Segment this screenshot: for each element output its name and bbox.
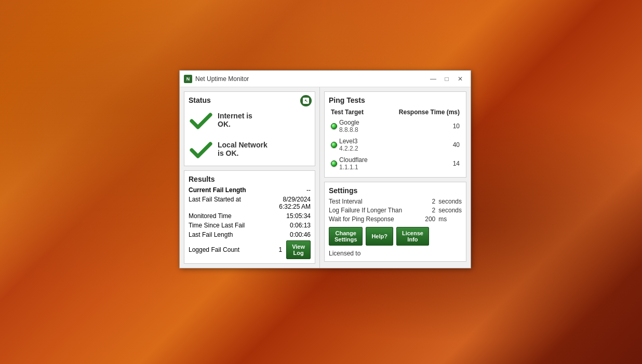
titlebar-buttons: — □ ✕ [427,73,466,85]
logged-fail-count-value: 1 [278,246,282,253]
wait-for-ping-label: Wait for Ping Response [329,215,422,223]
view-log-line2: Log [293,250,303,256]
settings-buttons: Change Settings Help? License Info [329,227,462,246]
log-failure-value: 2 [425,207,435,214]
ping-response-cell: 40 [380,136,462,154]
internet-status-item: Internet is OK. [189,107,311,132]
ping-response-cell: 14 [380,154,462,173]
help-button[interactable]: Help? [366,227,393,246]
titlebar: N Net Uptime Monitor — □ ✕ [180,71,471,87]
results-section: Results Current Fail Length -- Last Fail… [184,170,315,264]
log-failure-label: Log Failure If Longer Than [329,207,422,214]
logged-fail-count-label: Logged Fail Count [189,246,239,253]
local-network-status-text: Local Network is OK. [218,141,268,157]
local-network-status-item: Local Network is OK. [189,137,311,161]
monitored-time-label: Monitored Time [189,212,232,220]
window-title: Net Uptime Monitor [195,75,427,83]
monitored-time-row: Monitored Time 15:05:34 [189,212,311,220]
time-since-last-fail-row: Time Since Last Fail 0:06:13 [189,222,311,229]
current-fail-length-row: Current Fail Length -- [189,186,311,194]
minimize-button[interactable]: — [427,73,439,85]
last-fail-started-date: 8/29/2024 [279,196,311,203]
current-fail-length-label: Current Fail Length [189,186,246,194]
ping-target-name: Level34.2.2.2 [339,138,358,152]
time-since-last-fail-label: Time Since Last Fail [189,222,245,229]
ping-target-cell: Level34.2.2.2 [329,136,380,154]
maximize-button[interactable]: □ [440,73,453,85]
test-interval-value: 2 [425,198,435,205]
status-section: Status ↖ Internet is OK. [184,91,315,166]
status-content: Internet is OK. Local Network is OK. [189,107,311,161]
internet-checkmark-icon [189,107,213,132]
internet-status-line1: Internet is [218,112,252,120]
test-interval-label: Test Interval [329,198,422,205]
last-fail-length-row: Last Fail Length 0:00:46 [189,231,311,238]
internet-checkmark-container [189,107,213,132]
ping-table-row: Cloudflare1.1.1.1 14 [329,154,462,173]
last-fail-started-label: Last Fail Started at [189,196,241,210]
settings-section: Settings Test Interval 2 seconds Log Fai… [324,182,466,262]
right-panel: Ping Tests Test Target Response Time (ms… [320,87,471,268]
time-since-last-fail-value: 0:06:13 [290,222,311,229]
settings-icon-symbol: ↖ [303,98,309,104]
local-network-checkmark-icon [189,137,213,161]
ping-table-header-row: Test Target Response Time (ms) [329,107,462,117]
logged-fail-count-row: Logged Fail Count 1 View Log [189,240,311,259]
app-icon: N [184,75,192,83]
view-log-line1: View [292,244,305,250]
test-interval-unit: seconds [438,198,462,205]
local-network-status-line2: is OK. [218,149,268,157]
monitored-time-value: 15:05:34 [286,212,311,220]
ping-table-body: Google8.8.8.8 10 Level34.2.2.2 40 Cloudf… [329,117,462,173]
application-window: N Net Uptime Monitor — □ ✕ Status ↖ [179,70,471,268]
last-fail-started-value: 8/29/2024 6:32:25 AM [279,196,311,210]
log-failure-unit: seconds [438,207,462,214]
local-network-checkmark-container [189,137,213,161]
ping-status-dot [331,142,337,148]
ping-target-name: Cloudflare1.1.1.1 [339,156,368,171]
last-fail-length-value: 0:00:46 [290,231,311,238]
ping-status-dot [331,123,337,129]
wait-for-ping-value: 200 [425,215,435,223]
wait-for-ping-unit: ms [438,215,462,223]
ping-table-row: Google8.8.8.8 10 [329,117,462,136]
internet-status-line2: OK. [218,120,252,128]
local-network-status-line1: Local Network [218,141,268,149]
main-content: Status ↖ Internet is OK. [180,87,471,268]
ping-tests-section: Ping Tests Test Target Response Time (ms… [324,91,466,178]
ping-target-cell: Cloudflare1.1.1.1 [329,154,380,173]
license-info-button[interactable]: License Info [396,227,429,246]
results-title: Results [189,175,311,183]
change-settings-line1: Change [336,230,356,236]
settings-title: Settings [329,186,462,195]
app-icon-letter: N [186,76,190,82]
change-settings-button[interactable]: Change Settings [329,227,363,246]
change-settings-line2: Settings [335,236,357,242]
last-fail-length-label: Last Fail Length [189,231,233,238]
ping-col-response: Response Time (ms) [380,107,462,117]
left-panel: Status ↖ Internet is OK. [180,87,320,268]
logged-fail-count-inner: Logged Fail Count 1 [189,246,286,253]
ping-response-cell: 10 [380,117,462,136]
settings-grid: Test Interval 2 seconds Log Failure If L… [329,198,462,223]
current-fail-length-value: -- [306,186,311,194]
ping-tests-table: Test Target Response Time (ms) Google8.8… [329,107,462,173]
last-fail-started-row: Last Fail Started at 8/29/2024 6:32:25 A… [189,196,311,210]
ping-status-dot [331,160,337,167]
last-fail-started-time: 6:32:25 AM [279,203,311,210]
license-info-line2: Info [407,236,418,242]
ping-table-row: Level34.2.2.2 40 [329,136,462,154]
internet-status-text: Internet is OK. [218,112,252,128]
ping-col-target: Test Target [329,107,380,117]
settings-shortcut-icon[interactable]: ↖ [300,95,312,106]
view-log-button[interactable]: View Log [286,240,311,259]
ping-target-cell: Google8.8.8.8 [329,117,380,136]
licensed-to: Licensed to [329,250,462,257]
close-button[interactable]: ✕ [454,73,466,85]
license-info-line1: License [402,230,423,236]
status-title: Status [189,96,311,104]
ping-tests-title: Ping Tests [329,96,462,104]
ping-target-name: Google8.8.8.8 [339,119,359,133]
